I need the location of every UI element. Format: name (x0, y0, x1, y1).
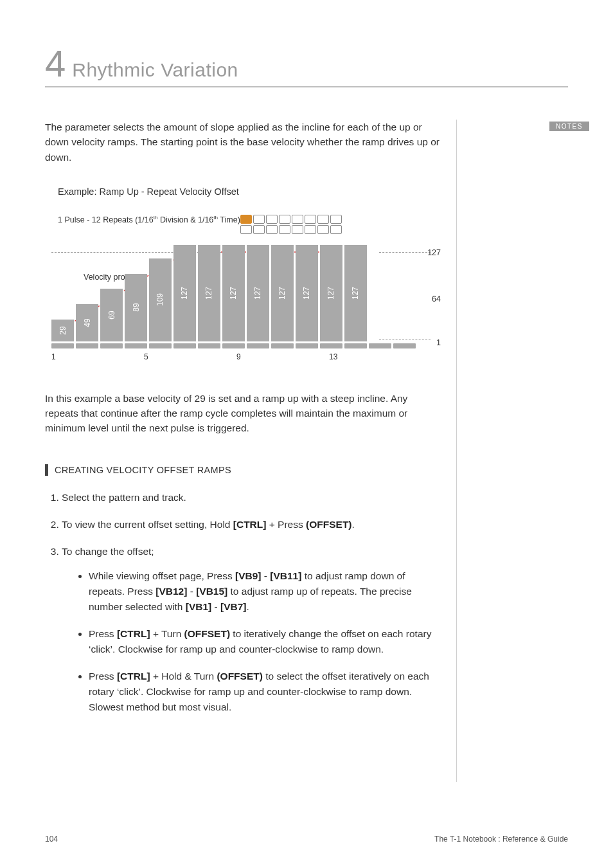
track-cell (100, 343, 123, 348)
bar-slot: 127 (198, 245, 220, 348)
s3-intro: To change the offset; (62, 546, 154, 557)
subsection-header: CREATING VELOCITY OFFSET RAMPS (45, 464, 443, 476)
steps-list: Select the pattern and track. To view th… (45, 490, 443, 715)
velocity-bar: 127 (344, 245, 367, 341)
b3a: Press (89, 671, 117, 682)
step-3-bullet-1: While viewing offset page, Press [VB9] -… (89, 568, 443, 615)
x-tick (352, 352, 375, 361)
page-footer: 104 The T-1 Notebook : Reference & Guide (45, 835, 568, 844)
chart-caption: 1 Pulse - 12 Repeats (1/16th Division & … (58, 215, 240, 224)
track-cell (369, 343, 391, 348)
velocity-chart: Velocity profile 29496989109127127127127… (45, 239, 443, 368)
bar-value: 69 (107, 311, 116, 319)
track-cell (344, 343, 367, 348)
velocity-bar: 127 (320, 245, 342, 341)
bar-slot: 127 (271, 245, 294, 348)
bar-slot: 127 (247, 245, 269, 348)
b1k: - (211, 601, 220, 612)
x-tick (190, 352, 213, 361)
bar-slot: 127 (222, 245, 245, 348)
track-cell (320, 343, 342, 348)
s2e: . (352, 519, 355, 530)
follow-paragraph: In this example a base velocity of 29 is… (45, 391, 443, 436)
bar-value: 127 (278, 287, 287, 300)
b1f: [VB12] (155, 586, 187, 597)
legend-cell (279, 215, 290, 224)
b3c: + Hold & Turn (150, 671, 217, 682)
b2b: [CTRL] (117, 628, 150, 639)
velocity-bar: 127 (198, 245, 220, 341)
legend-cell (292, 225, 303, 234)
legend-cell (253, 215, 265, 224)
legend-cell (330, 215, 342, 224)
b1l: [VB7] (220, 601, 246, 612)
intro-paragraph: The parameter selects the amount of slop… (45, 120, 443, 165)
example-label: Example: Ramp Up - Repeat Velocity Offse… (58, 186, 443, 197)
x-axis-ticks: 15913 (51, 352, 398, 361)
bar-slot: 49 (76, 304, 98, 348)
x-tick (283, 352, 306, 361)
bars-container: 29496989109127127127127127127127127 (51, 239, 416, 348)
track-cell (198, 343, 220, 348)
legend-cell (305, 215, 316, 224)
x-tick (306, 352, 329, 361)
legend-cell (317, 225, 329, 234)
x-tick: 5 (144, 352, 167, 361)
doc-title: The T-1 Notebook : Reference & Guide (434, 835, 568, 844)
subsection-bar (45, 464, 48, 476)
legend-grid (240, 215, 342, 235)
chart-caption-mid: Division & 1/16 (157, 215, 213, 224)
legend-cell (317, 215, 329, 224)
b1h: [VB15] (196, 586, 227, 597)
step-2: To view the current offset setting, Hold… (62, 517, 443, 532)
bar-value: 127 (351, 287, 360, 300)
track-cell (76, 343, 98, 348)
x-tick (75, 352, 98, 361)
velocity-bar: 127 (296, 245, 318, 341)
bar-value: 109 (156, 293, 165, 306)
bar-slot: 127 (320, 245, 342, 348)
bar-value: 127 (229, 287, 238, 300)
track-cell (393, 343, 416, 348)
bar-value: 49 (82, 318, 91, 327)
legend-cell (253, 225, 265, 234)
section-title: Rhythmic Variation (72, 59, 238, 81)
x-tick (375, 352, 398, 361)
bar-value: 127 (303, 287, 312, 300)
bar-value: 127 (327, 287, 336, 300)
b1m: . (247, 601, 249, 612)
bar-slot: 69 (100, 289, 123, 348)
step-3-bullet-2: Press [CTRL] + Turn (OFFSET) to iterativ… (89, 626, 443, 657)
track-cell (173, 343, 196, 348)
legend-cell (305, 225, 316, 234)
bar-slot: 127 (344, 245, 367, 348)
legend-cell (240, 215, 252, 224)
x-tick (260, 352, 283, 361)
page-number: 104 (45, 835, 58, 844)
track-cell (247, 343, 269, 348)
velocity-bar: 109 (149, 258, 172, 341)
velocity-bar: 89 (125, 274, 147, 341)
step-3-bullet-3: Press [CTRL] + Hold & Turn (OFFSET) to s… (89, 669, 443, 715)
bar-slot: 127 (173, 245, 196, 348)
x-tick (213, 352, 236, 361)
track-cell (51, 343, 74, 348)
b2a: Press (89, 628, 117, 639)
bar-value: 127 (254, 287, 263, 300)
b1b: [VB9] (235, 570, 261, 581)
step-3: To change the offset; While viewing offs… (62, 544, 443, 715)
b1a: While viewing offset page, Press (89, 570, 235, 581)
velocity-bar: 127 (222, 245, 245, 341)
x-tick (121, 352, 144, 361)
bar-value: 127 (205, 287, 214, 300)
b2c: + Turn (150, 628, 184, 639)
section-number: 4 (45, 45, 66, 82)
s2c: + Press (266, 519, 306, 530)
x-tick (167, 352, 190, 361)
bar-slot: 29 (51, 320, 74, 348)
bar-slot (393, 341, 416, 348)
chart-caption-end: Time) (218, 215, 240, 224)
bar-slot (369, 341, 391, 348)
x-tick: 1 (51, 352, 75, 361)
bar-value: 127 (181, 287, 190, 300)
